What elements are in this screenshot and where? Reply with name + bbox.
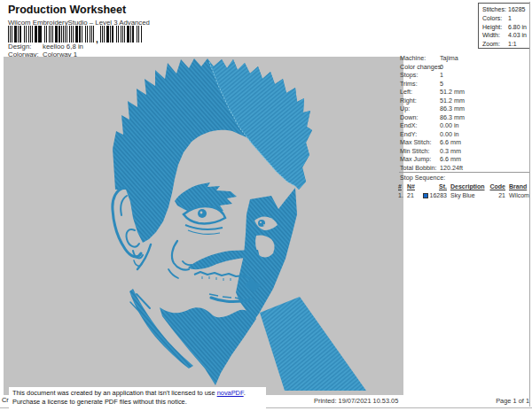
barcode-comma: , [94,37,100,43]
col-description: Description [447,182,489,191]
up-row: Up:86.3 mm [400,105,529,113]
chin-shadow-shape [160,307,256,385]
page-title: Production Worksheet [8,4,126,16]
endx-row: EndX:0.00 in [400,121,529,130]
endy-row: EndY:0.00 in [400,130,529,139]
printed-timestamp: Printed: 19/07/2021 10.53.05 [314,397,398,405]
col-stitches: St. [419,182,447,191]
nose-line [172,241,189,270]
embroidery-design-portrait [4,57,403,395]
stop-sequence-header-row: # N# St. Description Code Brand [398,182,530,191]
thread-description: Sky Blue [447,191,489,200]
stop-sequence-title: Stop Sequence: [400,174,445,182]
machine-panel: Machine:Tajima Color changes:0 Stops:1 T… [400,54,529,172]
ear-inner-line-2 [126,229,139,246]
max-stitch-row: Max Stitch:6.6 mm [400,138,529,147]
min-stitch-row: Min Stitch:0.3 mm [400,147,529,156]
stat-height: Height:6.80 in [482,23,529,32]
right-row: Right:51.2 mm [400,97,529,105]
teeth-gap-ticks [202,276,231,281]
nostril-line [183,261,192,265]
right-eye-glint-2 [263,224,265,226]
neck-shadow-shape [260,297,366,391]
stat-width: Width:4.03 in [482,31,529,40]
clipped-footer-text: Cr [2,396,9,404]
stat-zoom: Zoom:1:1 [482,40,529,49]
right-eye-glint [260,221,262,223]
nasolabial-line [168,269,178,278]
trims-row: Trims:5 [400,80,529,89]
design-barcode: , [8,26,143,43]
down-row: Down:86.3 mm [400,113,529,122]
total-bobbin-row: Total Bobbin:120.24ft [400,164,529,173]
barcode-segment-1 [8,26,94,43]
notice-line-1: This document was created by an applicat… [12,389,266,398]
production-worksheet-page: Production Worksheet Wilcom EmbroiderySt… [0,0,532,411]
machine-row: Machine:Tajima [400,54,529,63]
col-num: # [398,182,407,191]
left-eye-glint [200,212,203,214]
max-jump-row: Max Jump:6.6 mm [400,155,529,164]
design-canvas [4,57,403,395]
design-value: keelloo 6,8 in [43,43,83,50]
stats-box: Stitches:16285 Colors:1 Height:6.80 in W… [478,3,530,49]
barcode-segment-2 [100,26,143,43]
design-line: Design:keelloo 6,8 in [8,43,83,50]
stat-stitches: Stitches:16285 [482,5,529,14]
col-brand: Brand [505,182,528,191]
page-edge-line [529,2,530,407]
ear-inner-line-1 [121,196,127,215]
left-smile-line [188,230,220,234]
stat-colors: Colors:1 [482,14,529,23]
novapdf-link[interactable]: novaPDF [217,389,244,397]
page-number: Page 1 of 1 [479,397,529,405]
color-changes-row: Color changes:0 [400,63,529,72]
left-lower-lid-line [185,225,223,229]
notice-line-2: Purchase a license to generate PDF files… [12,398,266,407]
stops-row: Stops:1 [400,71,529,80]
panel-separator [399,172,529,173]
thread-color-swatch [423,193,428,198]
col-needle: N# [407,182,419,191]
left-eye-iris [198,209,207,218]
left-row: Left:51.2 mm [400,88,529,97]
novapdf-notice: This document was created by an applicat… [9,387,266,411]
stop-sequence-table: # N# St. Description Code Brand 1. 21 16… [398,182,530,199]
col-code: Code [489,182,505,191]
stop-sequence-row: 1. 21 16283 Sky Blue 21 Wilcom [398,191,530,200]
design-label: Design: [8,43,43,50]
